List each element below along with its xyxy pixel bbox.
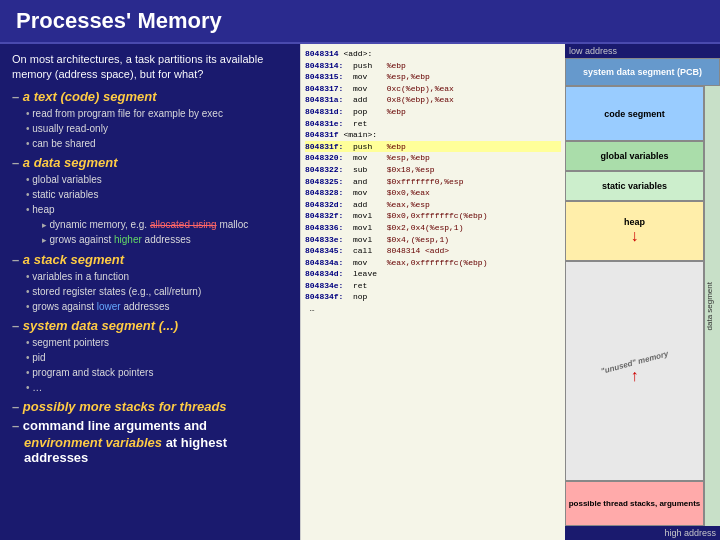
header: Processes' Memory xyxy=(0,0,720,44)
env-vars-label: environment variables xyxy=(24,435,162,450)
bullet-heap: heap dynamic memory, e.g. allocated usin… xyxy=(26,202,288,248)
bullet-ellipsis: … xyxy=(26,380,288,395)
stack-bullets: variables in a function stored register … xyxy=(12,269,288,314)
code-line: 804834a: mov %eax,0xfffffffc(%ebp) xyxy=(305,257,561,269)
segment-heap: heap ↓ xyxy=(565,201,704,261)
code-line-ellipsis: … xyxy=(305,303,561,315)
data-segment-label: data segment xyxy=(705,282,720,330)
system-bullets: segment pointers pid program and stack p… xyxy=(12,335,288,395)
code-line: 804831a: add 0x8(%ebp),%eax xyxy=(305,94,561,106)
data-bullets: global variables static variables heap d… xyxy=(12,172,288,248)
code-line: 804831f <main>: xyxy=(305,129,561,141)
page-title: Processes' Memory xyxy=(16,8,222,33)
section-system: – system data segment (...) segment poin… xyxy=(12,318,288,395)
segment-thread: possible thread stacks, arguments xyxy=(565,481,704,526)
code-panel: 8048314 <add>: 8048314: push %ebp 804831… xyxy=(300,44,565,540)
code-line: 804833e: movl $0x4,(%esp,1) xyxy=(305,234,561,246)
code-line: 8048315: mov %esp,%ebp xyxy=(305,71,561,83)
code-line: 804831d: pop %ebp xyxy=(305,106,561,118)
segment-code-label: code segment xyxy=(604,109,665,119)
segment-static: static variables xyxy=(565,171,704,201)
segment-global-label: global variables xyxy=(600,151,668,161)
code-line: 8048328: mov $0x0,%eax xyxy=(305,187,561,199)
code-line: 804834e: ret xyxy=(305,280,561,292)
bullet-global: global variables xyxy=(26,172,288,187)
left-panel: On most architectures, a task partitions… xyxy=(0,44,300,540)
heap-sub-bullets: dynamic memory, e.g. allocated using mal… xyxy=(26,217,288,248)
segment-unused: "unused" memory ↑ xyxy=(565,261,704,481)
bullet-grows-lower: grows against lower addresses xyxy=(26,299,288,314)
segment-pcb-label: system data segment (PCB) xyxy=(583,67,702,77)
stack-arrow: ↑ xyxy=(631,367,639,385)
section-threads: – possibly more stacks for threads xyxy=(12,399,288,414)
bullet-static: static variables xyxy=(26,187,288,202)
intro-text: On most architectures, a task partitions… xyxy=(12,52,288,83)
bullet-progptr: program and stack pointers xyxy=(26,365,288,380)
data-segment-brace: data segment xyxy=(704,86,720,526)
heap-arrow: ↓ xyxy=(631,227,639,245)
code-line: 8048345: call 8048314 <add> xyxy=(305,245,561,257)
segment-static-label: static variables xyxy=(602,181,667,191)
bullet-readonly: usually read-only xyxy=(26,121,288,136)
code-line: 8048317: mov 0xc(%ebp),%eax xyxy=(305,83,561,95)
bullet-vars: variables in a function xyxy=(26,269,288,284)
text-bullets: read from program file for example by ex… xyxy=(12,106,288,151)
bullet-pid: pid xyxy=(26,350,288,365)
bullet-segptr: segment pointers xyxy=(26,335,288,350)
low-address-label: low address xyxy=(565,44,720,58)
segment-pcb: system data segment (PCB) xyxy=(565,58,720,86)
sub-bullet-dynamic: dynamic memory, e.g. allocated using mal… xyxy=(42,217,288,233)
sub-bullet-grows-higher: grows against higher addresses xyxy=(42,232,288,248)
memory-diagram: low address system data segment (PCB) co… xyxy=(565,44,720,540)
segment-global: global variables xyxy=(565,141,704,171)
section-cmdline: – command line arguments and environment… xyxy=(12,418,288,465)
section-data: – a data segment global variables static… xyxy=(12,155,288,248)
bullet-exec: read from program file for example by ex… xyxy=(26,106,288,121)
code-line: 804834d: leave xyxy=(305,268,561,280)
code-line: 8048336: movl $0x2,0x4(%esp,1) xyxy=(305,222,561,234)
code-line: 8048314: push %ebp xyxy=(305,60,561,72)
section-stack: – a stack segment variables in a functio… xyxy=(12,252,288,314)
code-line: 804832d: add %eax,%esp xyxy=(305,199,561,211)
code-line: 8048325: and $0xfffffff0,%esp xyxy=(305,176,561,188)
code-line: 8048314 <add>: xyxy=(305,48,561,60)
bullet-shared: can be shared xyxy=(26,136,288,151)
segment-heap-label: heap xyxy=(624,217,645,227)
segment-code: code segment xyxy=(565,86,704,141)
code-line: 8048320: mov %esp,%ebp xyxy=(305,152,561,164)
code-line: 8048322: sub $0x18,%esp xyxy=(305,164,561,176)
code-line: 804834f: nop xyxy=(305,291,561,303)
code-line-highlight: 804831f: push %ebp xyxy=(305,141,561,153)
segment-thread-label: possible thread stacks, arguments xyxy=(569,499,701,508)
section-text: – a text (code) segment read from progra… xyxy=(12,89,288,151)
code-line: 804831e: ret xyxy=(305,118,561,130)
code-line: 804832f: movl $0x0,0xfffffffc(%ebp) xyxy=(305,210,561,222)
high-address-label: high address xyxy=(565,526,720,540)
bullet-regstates: stored register states (e.g., call/retur… xyxy=(26,284,288,299)
